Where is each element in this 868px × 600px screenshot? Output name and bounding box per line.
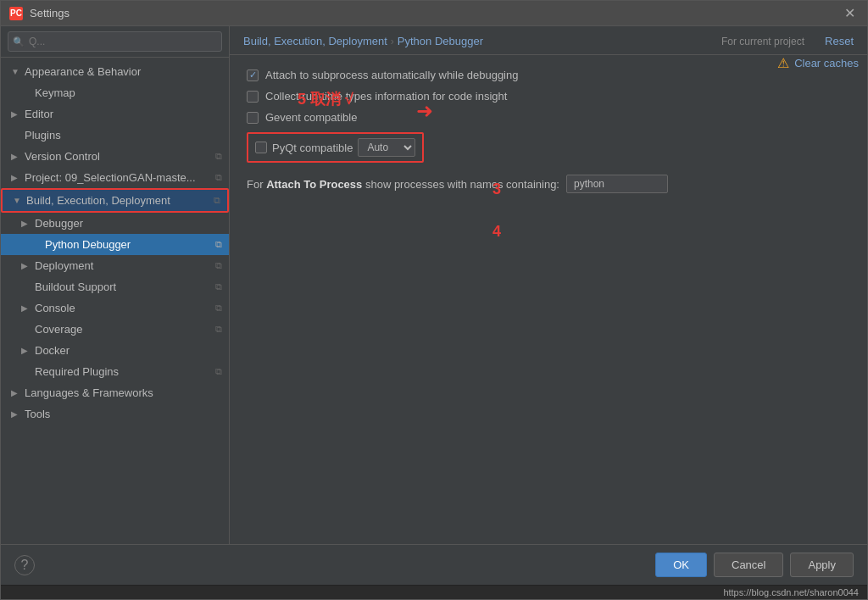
- sidebar-item-docker[interactable]: ▶ Docker: [1, 340, 229, 361]
- expand-arrow-icon: ▶: [11, 152, 21, 161]
- expand-arrow-icon: ▶: [21, 346, 31, 355]
- sidebar-item-label: Keymap: [35, 86, 75, 99]
- copy-icon: ⧉: [215, 303, 222, 314]
- sidebar-item-tools[interactable]: ▶ Tools: [1, 403, 229, 425]
- sidebar-item-keymap[interactable]: Keymap: [1, 82, 229, 103]
- sidebar-item-console[interactable]: ▶ Console ⧉: [1, 297, 229, 319]
- sidebar-item-label: Coverage: [35, 323, 82, 336]
- expand-arrow-icon: ▶: [11, 388, 21, 397]
- breadcrumb: Build, Execution, Deployment › Python De…: [243, 35, 483, 47]
- sidebar-item-project[interactable]: ▶ Project: 09_SelectionGAN-maste... ⧉: [1, 167, 229, 188]
- close-button[interactable]: ✕: [841, 5, 859, 21]
- clear-caches-area: ⚠ Clear caches: [777, 55, 859, 71]
- reset-button[interactable]: Reset: [825, 35, 854, 47]
- breadcrumb-current: Python Debugger: [398, 35, 483, 47]
- option-label-gevent: Gevent compatible: [265, 111, 357, 124]
- option-gevent: Gevent compatible: [247, 111, 850, 124]
- sidebar-item-deployment[interactable]: ▶ Deployment ⧉: [1, 255, 229, 276]
- sidebar-item-label: Console: [35, 302, 75, 314]
- sidebar-item-label: Editor: [25, 108, 53, 120]
- nav-tree: ▼ Appearance & Behavior Keymap ▶ Editor …: [1, 58, 229, 544]
- sidebar: ▼ Appearance & Behavior Keymap ▶ Editor …: [1, 26, 230, 544]
- main-content: Build, Execution, Deployment › Python De…: [230, 26, 867, 544]
- checkbox-gevent[interactable]: [247, 112, 259, 124]
- search-bar: [1, 26, 229, 58]
- sidebar-item-label: Version Control: [25, 150, 100, 163]
- content-area: ▼ Appearance & Behavior Keymap ▶ Editor …: [1, 26, 867, 544]
- title-bar: PC Settings ✕: [1, 1, 867, 26]
- option-attach-subprocess: Attach to subprocess automatically while…: [247, 69, 850, 81]
- attach-process-row: For Attach To Process show processes wit…: [247, 175, 850, 193]
- copy-icon: ⧉: [215, 324, 222, 335]
- expand-arrow-icon: ▶: [11, 409, 21, 419]
- sidebar-item-label: Build, Execution, Deployment: [26, 194, 170, 207]
- attach-label-for: For Attach To Process show processes wit…: [247, 178, 559, 191]
- sidebar-item-python-debugger[interactable]: Python Debugger ⧉: [1, 234, 229, 255]
- pyqt-label: PyQt compatible: [272, 142, 353, 154]
- copy-icon: ⧉: [215, 151, 222, 162]
- url-text: https://blog.csdn.net/sharon0044: [723, 587, 859, 597]
- sidebar-item-debugger[interactable]: ▶ Debugger: [1, 213, 229, 234]
- option-collect-runtime: Collect run-time types information for c…: [247, 90, 850, 103]
- sidebar-item-version-control[interactable]: ▶ Version Control ⧉: [1, 146, 229, 167]
- expand-arrow-icon: ▼: [11, 67, 21, 76]
- checkbox-attach-subprocess[interactable]: [247, 69, 259, 81]
- sidebar-item-appearance[interactable]: ▼ Appearance & Behavior: [1, 61, 229, 82]
- sidebar-item-plugins[interactable]: Plugins: [1, 125, 229, 146]
- sidebar-item-label: Docker: [35, 344, 70, 357]
- warning-icon: ⚠: [777, 55, 789, 71]
- pyqt-compatible-row: PyQt compatible Auto PyQt4 PyQt5: [247, 132, 424, 163]
- ok-button[interactable]: OK: [655, 553, 707, 577]
- main-body: ⚠ Clear caches Attach to subprocess auto…: [230, 55, 867, 544]
- checkbox-pyqt[interactable]: [255, 142, 267, 153]
- expand-arrow-icon: ▶: [21, 219, 31, 228]
- sidebar-item-label: Languages & Frameworks: [25, 386, 153, 399]
- expand-arrow-icon: ▼: [13, 196, 23, 205]
- copy-icon: ⧉: [215, 260, 222, 271]
- expand-arrow-icon: ▶: [21, 303, 31, 313]
- search-input[interactable]: [8, 31, 222, 52]
- sidebar-item-label: Appearance & Behavior: [25, 65, 141, 78]
- copy-icon: ⧉: [215, 366, 222, 377]
- sidebar-item-editor[interactable]: ▶ Editor: [1, 103, 229, 125]
- url-bar: https://blog.csdn.net/sharon0044: [1, 585, 867, 599]
- sidebar-item-label: Tools: [25, 408, 50, 420]
- sidebar-item-label: Required Plugins: [35, 365, 119, 378]
- copy-icon: ⧉: [214, 195, 220, 206]
- for-project-label: For current project: [721, 36, 804, 47]
- checkbox-collect-runtime[interactable]: [247, 91, 259, 103]
- copy-icon: ⧉: [215, 172, 222, 183]
- expand-arrow-icon: ▶: [11, 173, 21, 182]
- expand-arrow-icon: ▶: [21, 261, 31, 270]
- attach-process-input[interactable]: [566, 175, 668, 193]
- pyqt-dropdown[interactable]: Auto PyQt4 PyQt5: [358, 138, 415, 157]
- breadcrumb-parent: Build, Execution, Deployment: [243, 35, 387, 47]
- cancel-button[interactable]: Cancel: [714, 553, 783, 577]
- copy-icon: ⧉: [215, 239, 222, 250]
- option-label-collect-runtime: Collect run-time types information for c…: [265, 90, 507, 103]
- sidebar-item-languages-frameworks[interactable]: ▶ Languages & Frameworks: [1, 382, 229, 403]
- sidebar-item-build-exec-deploy[interactable]: ▼ Build, Execution, Deployment ⧉: [1, 188, 229, 213]
- sidebar-item-label: Python Debugger: [45, 238, 131, 251]
- sidebar-item-buildout-support[interactable]: Buildout Support ⧉: [1, 276, 229, 297]
- sidebar-item-label: Deployment: [35, 259, 93, 272]
- apply-button[interactable]: Apply: [790, 553, 854, 577]
- sidebar-item-required-plugins[interactable]: Required Plugins ⧉: [1, 361, 229, 382]
- bottom-bar: ? OK Cancel Apply: [1, 544, 867, 585]
- main-header: Build, Execution, Deployment › Python De…: [230, 26, 867, 55]
- sidebar-item-coverage[interactable]: Coverage ⧉: [1, 319, 229, 340]
- help-button[interactable]: ?: [14, 555, 35, 575]
- window-title: Settings: [30, 7, 841, 19]
- sidebar-item-label: Buildout Support: [35, 281, 116, 293]
- option-label-attach-subprocess: Attach to subprocess automatically while…: [265, 69, 518, 81]
- clear-caches-button[interactable]: Clear caches: [794, 57, 859, 69]
- app-icon: PC: [9, 7, 23, 20]
- copy-icon: ⧉: [215, 281, 222, 292]
- settings-window: PC Settings ✕ ▼ Appearance & Behavior: [0, 0, 868, 600]
- sidebar-item-label: Debugger: [35, 217, 83, 230]
- sidebar-item-label: Plugins: [25, 129, 61, 142]
- breadcrumb-separator: ›: [391, 36, 394, 47]
- sidebar-item-label: Project: 09_SelectionGAN-maste...: [25, 171, 196, 184]
- annotation-4: 4: [492, 223, 501, 241]
- expand-arrow-icon: ▶: [11, 109, 21, 119]
